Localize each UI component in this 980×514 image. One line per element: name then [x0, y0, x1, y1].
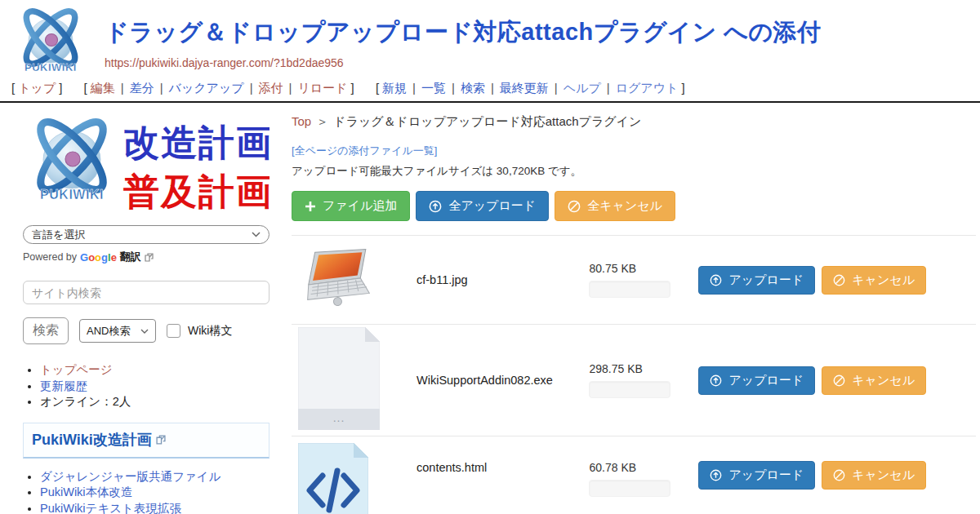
file-name: contents.html — [416, 461, 589, 474]
sidebar-item-core-mod[interactable]: PukiWiki本体改造 — [40, 485, 133, 498]
nav-new[interactable]: 新規 — [382, 81, 407, 95]
site-header: PUKIWIKI ドラッグ＆ドロップアップロード対応attachプラグイン への… — [0, 0, 980, 78]
google-translate-attribution: Powered by Google 翻訳 — [23, 250, 270, 264]
pipe: | — [607, 81, 610, 95]
upload-circle-icon — [710, 469, 722, 481]
sidebar-item-history[interactable]: 更新履歴 — [40, 379, 87, 392]
translate-link[interactable]: 翻訳 — [120, 250, 141, 264]
upload-all-label: 全アップロード — [448, 198, 536, 214]
upload-button[interactable]: アップロード — [698, 366, 815, 395]
upload-file-list: cf-b11.jpg 80.75 KB アップロード キャンセル — [292, 235, 980, 514]
main-content: Top＞ドラッグ＆ドロップアップロード対応attachプラグイン [全ページの添… — [282, 103, 980, 514]
nav-search[interactable]: 検索 — [461, 81, 485, 95]
add-file-button[interactable]: ファイル追加 — [292, 191, 410, 221]
powered-by-text: Powered by — [23, 251, 77, 263]
language-select[interactable]: 言語を選択 — [23, 225, 270, 244]
nav-group-site: [新規|一覧|検索|最終更新|ヘルプ|ログアウト] — [372, 81, 688, 95]
cancel-label: キャンセル — [852, 467, 915, 483]
nav-group-top: [トップ] — [8, 81, 65, 95]
sidebar-item-top-page[interactable]: トップページ — [40, 363, 113, 376]
pipe: | — [412, 81, 416, 95]
nav-help[interactable]: ヘルプ — [564, 81, 601, 95]
bracket: ] — [351, 81, 354, 95]
upload-progress-bar — [589, 281, 670, 298]
bracket: [ — [84, 81, 87, 95]
search-button[interactable]: 検索 — [23, 317, 69, 344]
svg-text:...: ... — [333, 411, 345, 424]
pipe: | — [289, 81, 292, 95]
sidebar-top-links: トップページ 更新履歴 オンライン：2人 — [23, 362, 270, 410]
ban-icon — [833, 374, 845, 387]
sidebar-main-links: ダジャレンジャー版共通ファイル PukiWiki本体改造 PukiWikiテキス… — [23, 469, 270, 514]
pipe: | — [121, 81, 124, 95]
external-link-icon — [145, 253, 154, 262]
file-size: 298.75 KB — [589, 362, 685, 375]
html-file-icon — [298, 443, 368, 514]
laptop-photo-thumbnail — [298, 244, 380, 312]
pipe: | — [491, 81, 494, 95]
pukiwiki-atom-logo[interactable]: PUKIWIKI — [10, 3, 91, 78]
site-search-input[interactable] — [23, 281, 270, 304]
add-file-label: ファイル追加 — [323, 198, 397, 214]
pipe: | — [452, 81, 455, 95]
file-row: cf-b11.jpg 80.75 KB アップロード キャンセル — [292, 236, 980, 324]
bracket: [ — [11, 81, 15, 95]
cancel-button[interactable]: キャンセル — [822, 461, 926, 490]
wiki-syntax-label: Wiki構文 — [188, 324, 232, 339]
upload-progress-bar — [589, 381, 670, 398]
sidebar-section-heading-box: PukiWiki改造計画 — [23, 423, 270, 459]
bracket: ] — [681, 81, 684, 95]
pipe: | — [160, 81, 163, 95]
file-name: WikiSupportAddin082.exe — [416, 374, 589, 387]
nav-backup[interactable]: バックアップ — [169, 81, 244, 95]
file-name: cf-b11.jpg — [416, 273, 589, 286]
nav-reload[interactable]: リロード — [297, 81, 347, 95]
pukiwiki-logo-text: PUKIWIKI — [24, 61, 77, 73]
upload-all-button[interactable]: 全アップロード — [416, 191, 549, 221]
generic-file-icon: ... — [298, 327, 380, 430]
nav-attach[interactable]: 添付 — [259, 81, 283, 95]
sidebar-section-heading-link[interactable]: PukiWiki改造計画 — [32, 430, 152, 450]
all-pages-attach-list-link[interactable]: [全ページの添付ファイル一覧] — [292, 144, 437, 158]
cancel-button[interactable]: キャンセル — [822, 266, 926, 295]
search-mode-select[interactable]: AND検索 — [79, 319, 156, 343]
banner-line2: 普及計画 — [123, 171, 270, 211]
upload-button[interactable]: アップロード — [698, 266, 815, 295]
list-item: 更新履歴 — [40, 379, 270, 395]
ban-icon — [833, 469, 845, 481]
file-size: 80.75 KB — [589, 262, 685, 275]
ban-icon — [833, 274, 845, 286]
list-item: PukiWikiテキスト表現拡張 — [40, 501, 270, 514]
breadcrumb-home-link[interactable]: Top — [292, 114, 311, 128]
nav-list[interactable]: 一覧 — [421, 81, 446, 95]
kaizou-keikaku-banner[interactable]: PUKIWIKI 改造計画 普及計画 — [23, 113, 270, 215]
plus-icon — [305, 201, 316, 212]
upload-circle-icon — [710, 274, 722, 286]
list-item: トップページ — [40, 362, 270, 379]
cancel-label: キャンセル — [852, 273, 915, 288]
bulk-action-buttons: ファイル追加 全アップロード 全キャンセル — [292, 191, 980, 221]
banner-line1: 改造計画 — [123, 122, 270, 162]
chevron-down-icon — [252, 232, 261, 237]
nav-top[interactable]: トップ — [18, 81, 56, 95]
list-item: ダジャレンジャー版共通ファイル — [40, 469, 270, 485]
upload-label: アップロード — [728, 467, 804, 483]
nav-recent[interactable]: 最終更新 — [500, 81, 549, 95]
bracket: ] — [59, 81, 62, 95]
nav-diff[interactable]: 差分 — [130, 81, 154, 95]
google-logo: Google — [80, 251, 117, 264]
ban-icon — [568, 200, 581, 213]
nav-logout[interactable]: ログアウト — [616, 81, 679, 95]
upload-button[interactable]: アップロード — [698, 461, 815, 490]
cancel-button[interactable]: キャンセル — [822, 366, 926, 395]
wiki-syntax-checkbox[interactable] — [167, 324, 180, 338]
cancel-all-label: 全キャンセル — [587, 198, 662, 214]
nav-edit[interactable]: 編集 — [91, 81, 115, 95]
nav-group-page: [編集|差分|バックアップ|添付|リロード] — [81, 81, 358, 95]
sidebar-item-common-files[interactable]: ダジャレンジャー版共通ファイル — [40, 470, 220, 483]
sidebar: PUKIWIKI 改造計画 普及計画 言語を選択 Powered by Goog… — [0, 103, 282, 514]
page-url-link[interactable]: https://pukiwiki.dajya-ranger.com/?1bd2d… — [105, 56, 980, 69]
cancel-all-button[interactable]: 全キャンセル — [555, 191, 675, 221]
bracket: [ — [376, 81, 379, 95]
sidebar-item-text-ext[interactable]: PukiWikiテキスト表現拡張 — [40, 502, 181, 514]
